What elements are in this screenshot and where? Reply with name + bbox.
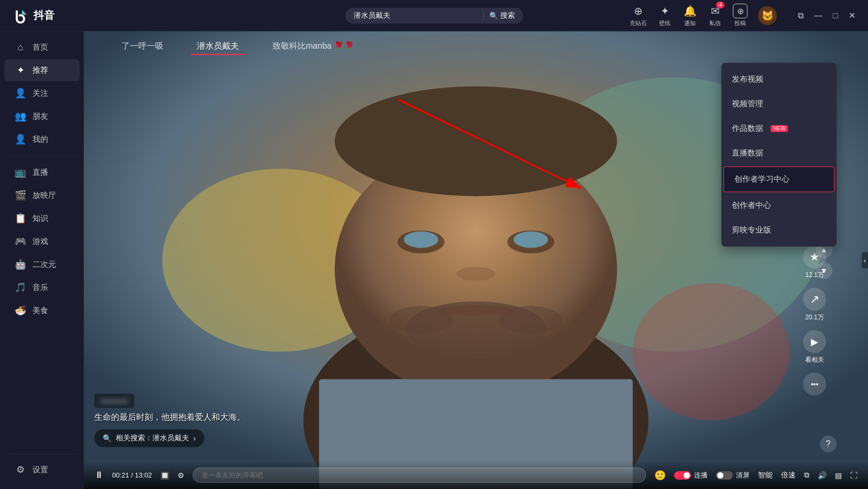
svg-point-4 <box>633 283 789 420</box>
recharge-label: 充钻石 <box>630 19 647 27</box>
dropdown-item-manage[interactable]: 视频管理 <box>721 92 837 116</box>
danmaku-input[interactable] <box>193 468 646 483</box>
sidebar-item-recommend[interactable]: ✦ 推荐 <box>4 59 80 81</box>
zhinen-btn[interactable]: 智能 <box>758 471 773 480</box>
total-time: 13:02 <box>135 471 152 479</box>
creator-center-label: 创作者中心 <box>732 201 771 210</box>
maximize-button[interactable]: □ <box>831 9 840 23</box>
message-badge: 4 <box>716 2 724 8</box>
notify-action[interactable]: 🔔 通知 <box>683 4 697 27</box>
help-button[interactable]: ? <box>820 436 837 452</box>
recharge-action[interactable]: ⊕ 充钻石 <box>630 4 647 27</box>
collapse-button[interactable]: ‹ <box>862 252 868 269</box>
dropdown-item-works-data[interactable]: 作品数据 NEW <box>721 116 837 141</box>
sidebar-item-anime[interactable]: 🤖 二次元 <box>4 253 80 275</box>
dropdown-item-publish[interactable]: 发布视频 <box>721 67 837 92</box>
subtitle-btn[interactable]: ▤ <box>835 471 842 480</box>
share-count: 20.1万 <box>805 313 823 322</box>
search-divider <box>484 12 484 20</box>
more-action[interactable]: ••• <box>803 373 826 396</box>
dropdown-item-jianying[interactable]: 剪映专业版 <box>721 218 837 242</box>
minimize-button[interactable]: — <box>812 9 825 23</box>
pip-button[interactable]: ⧉ <box>796 9 806 23</box>
scroll-down-button[interactable]: ▼ <box>816 262 832 279</box>
svg-point-9 <box>404 231 438 248</box>
related-search-btn[interactable]: 🔍 相关搜索：潜水员戴夫 › <box>94 429 204 447</box>
search-small-icon: 🔍 <box>103 434 112 442</box>
qingping-switch[interactable] <box>716 471 733 480</box>
svg-point-10 <box>513 231 548 248</box>
message-action[interactable]: ✉ 4 私信 <box>708 4 722 27</box>
video-tab-1[interactable]: 了一呼一吸 <box>115 39 170 55</box>
sidebar-label-recommend: 推荐 <box>32 65 48 75</box>
sidebar-item-music[interactable]: 🎵 音乐 <box>4 276 80 298</box>
search-bar[interactable]: 🔍 搜索 <box>345 8 523 24</box>
sidebar-label-follow: 关注 <box>32 88 48 98</box>
header: 抖音 🔍 搜索 ⊕ 充钻石 ✦ 壁纸 🔔 通知 ✉ 4 私信 ⊕ <box>0 0 868 31</box>
sidebar-item-food[interactable]: 🍜 美食 <box>4 299 80 321</box>
related-action[interactable]: ▶ 看相关 <box>803 330 826 364</box>
wallpaper-action[interactable]: ✦ 壁纸 <box>657 4 672 27</box>
danmaku-toggle-btn[interactable]: 🔲 <box>160 471 169 480</box>
sidebar-item-game[interactable]: 🎮 游戏 <box>4 230 80 252</box>
anime-icon: 🤖 <box>15 259 26 270</box>
user-avatar[interactable]: 🐱 <box>758 6 777 25</box>
sidebar-item-follow[interactable]: 👤 关注 <box>4 82 80 104</box>
lianbo-toggle[interactable]: 连播 <box>674 471 708 480</box>
sidebar-label-anime: 二次元 <box>32 260 56 270</box>
related-label: 看相关 <box>805 355 824 364</box>
message-label: 私信 <box>709 19 721 27</box>
content-area: 了一呼一吸 潜水员戴夫 致敬科比manba 🌹🌹 🎭 + ♥ 117.9万 💬 … <box>84 31 868 489</box>
dropdown-item-creator-center[interactable]: 创作者中心 <box>721 193 837 218</box>
tiktok-logo-icon <box>10 6 29 25</box>
sidebar-label-settings: 设置 <box>32 465 48 475</box>
sidebar-item-live[interactable]: 📺 直播 <box>4 161 80 183</box>
qingping-label: 清屏 <box>736 471 750 480</box>
recommend-icon: ✦ <box>15 64 26 76</box>
dropdown-item-creator-learn[interactable]: 创作者学习中心 <box>723 166 834 192</box>
fullscreen-btn[interactable]: ⛶ <box>850 471 858 480</box>
sidebar-item-knowledge[interactable]: 📋 知识 <box>4 207 80 229</box>
video-tabs-header: 了一呼一吸 潜水员戴夫 致敬科比manba 🌹🌹 <box>84 31 868 62</box>
sidebar-item-cinema[interactable]: 🎬 放映厅 <box>4 184 80 206</box>
sidebar-item-home[interactable]: ⌂ 首页 <box>4 37 80 58</box>
sidebar-item-mine[interactable]: 👤 我的 <box>4 128 80 150</box>
dropdown-item-live-data[interactable]: 直播数据 <box>721 141 837 165</box>
sidebar-label-mine: 我的 <box>32 135 48 145</box>
qingping-toggle[interactable]: 清屏 <box>716 471 750 480</box>
video-tab-2[interactable]: 潜水员戴夫 <box>191 39 245 55</box>
cinema-icon: 🎬 <box>15 190 26 201</box>
close-button[interactable]: ✕ <box>847 8 858 23</box>
pip-video-btn[interactable]: ⧉ <box>804 471 809 480</box>
search-label: 搜索 <box>500 11 515 20</box>
beisu-btn[interactable]: 倍速 <box>781 471 796 480</box>
sidebar-item-friends[interactable]: 👥 朋友 <box>4 105 80 127</box>
notify-label: 通知 <box>684 19 696 27</box>
svg-point-16 <box>335 86 617 196</box>
knowledge-icon: 📋 <box>15 213 26 224</box>
video-tab-3[interactable]: 致敬科比manba 🌹🌹 <box>266 39 361 55</box>
search-button[interactable]: 🔍 搜索 <box>489 11 515 20</box>
video-container[interactable]: 了一呼一吸 潜水员戴夫 致敬科比manba 🌹🌹 🎭 + ♥ 117.9万 💬 … <box>84 31 868 489</box>
play-pause-button[interactable]: ⏸ <box>94 470 104 481</box>
sidebar-label-knowledge: 知识 <box>32 214 48 224</box>
zhinen-label: 智能 <box>758 471 773 480</box>
sidebar-label-cinema: 放映厅 <box>32 191 56 201</box>
lianbo-switch[interactable] <box>674 471 691 480</box>
recharge-icon: ⊕ <box>631 4 646 18</box>
search-input[interactable] <box>354 12 478 20</box>
related-icon: ▶ <box>803 330 826 353</box>
volume-btn[interactable]: 🔊 <box>818 471 827 480</box>
sidebar-divider-2 <box>8 454 75 454</box>
danmaku-settings-btn[interactable]: ⚙ <box>178 471 184 480</box>
svg-point-15 <box>499 306 562 333</box>
app-title: 抖音 <box>34 8 54 23</box>
upload-action[interactable]: ⊕ 投稿 <box>733 4 748 27</box>
svg-point-14 <box>390 306 453 333</box>
sidebar-item-settings[interactable]: ⚙ 设置 <box>4 459 80 481</box>
share-action[interactable]: ↗ 20.1万 <box>803 288 826 322</box>
friends-icon: 👥 <box>15 110 26 122</box>
creator-learn-label: 创作者学习中心 <box>734 174 789 184</box>
sidebar-label-game: 游戏 <box>32 237 48 247</box>
emoji-icon[interactable]: 🙂 <box>654 470 666 481</box>
